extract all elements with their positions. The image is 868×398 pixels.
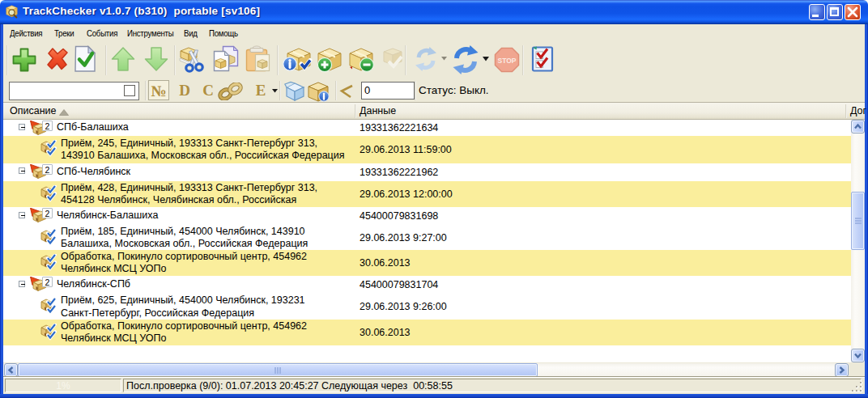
svg-text:STOP: STOP [498, 57, 517, 65]
